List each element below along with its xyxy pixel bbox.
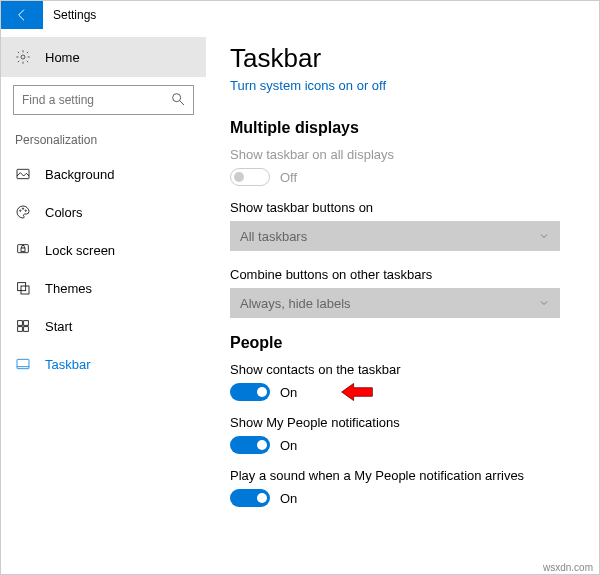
- show-notifications-toggle[interactable]: [230, 436, 270, 454]
- sidebar-item-label: Themes: [45, 281, 92, 296]
- window-title: Settings: [43, 1, 106, 29]
- play-sound-state: On: [280, 491, 297, 506]
- svg-point-0: [21, 55, 25, 59]
- svg-point-4: [20, 210, 21, 211]
- sidebar-item-start[interactable]: Start: [1, 307, 206, 345]
- back-button[interactable]: [1, 1, 43, 29]
- svg-rect-14: [24, 327, 29, 332]
- svg-point-5: [22, 208, 23, 209]
- play-sound-toggle[interactable]: [230, 489, 270, 507]
- svg-rect-10: [21, 286, 29, 294]
- system-icons-link[interactable]: Turn system icons on or off: [230, 78, 386, 93]
- taskbar-buttons-on-label: Show taskbar buttons on: [230, 200, 575, 215]
- sidebar-category: Personalization: [1, 133, 206, 155]
- sidebar-item-label: Lock screen: [45, 243, 115, 258]
- lock-screen-icon: [15, 242, 31, 258]
- page-title: Taskbar: [230, 43, 575, 74]
- sidebar-item-colors[interactable]: Colors: [1, 193, 206, 231]
- sidebar-item-label: Start: [45, 319, 72, 334]
- sidebar-item-themes[interactable]: Themes: [1, 269, 206, 307]
- svg-rect-9: [18, 283, 26, 291]
- svg-point-1: [173, 94, 181, 102]
- sidebar-item-lock-screen[interactable]: Lock screen: [1, 231, 206, 269]
- chevron-down-icon: [538, 230, 550, 242]
- svg-rect-8: [21, 248, 25, 251]
- picture-icon: [15, 166, 31, 182]
- show-contacts-toggle[interactable]: [230, 383, 270, 401]
- sidebar: Home Personalization Background Colors L…: [1, 29, 206, 560]
- search-icon: [170, 91, 186, 107]
- sidebar-item-label: Colors: [45, 205, 83, 220]
- svg-line-2: [180, 101, 184, 105]
- multiple-displays-heading: Multiple displays: [230, 119, 575, 137]
- watermark: wsxdn.com: [543, 562, 593, 573]
- start-icon: [15, 318, 31, 334]
- taskbar-icon: [15, 356, 31, 372]
- svg-rect-12: [24, 321, 29, 326]
- svg-point-6: [25, 210, 26, 211]
- sidebar-item-background[interactable]: Background: [1, 155, 206, 193]
- show-contacts-state: On: [280, 385, 297, 400]
- search-input[interactable]: [13, 85, 194, 115]
- show-contacts-label: Show contacts on the taskbar: [230, 362, 575, 377]
- gear-icon: [15, 49, 31, 65]
- show-taskbar-all-label: Show taskbar on all displays: [230, 147, 575, 162]
- palette-icon: [15, 204, 31, 220]
- svg-rect-13: [18, 327, 23, 332]
- show-taskbar-all-toggle: [230, 168, 270, 186]
- show-notifications-label: Show My People notifications: [230, 415, 575, 430]
- search-container: [13, 85, 194, 115]
- main-panel: Taskbar Turn system icons on or off Mult…: [206, 29, 599, 560]
- sidebar-item-taskbar[interactable]: Taskbar: [1, 345, 206, 383]
- sidebar-item-label: Background: [45, 167, 114, 182]
- play-sound-label: Play a sound when a My People notificati…: [230, 468, 575, 483]
- people-heading: People: [230, 334, 575, 352]
- sidebar-item-label: Taskbar: [45, 357, 91, 372]
- svg-rect-15: [17, 359, 29, 368]
- sidebar-home-label: Home: [45, 50, 80, 65]
- combine-buttons-dropdown: Always, hide labels: [230, 288, 560, 318]
- dropdown-value: All taskbars: [240, 229, 307, 244]
- taskbar-buttons-on-dropdown: All taskbars: [230, 221, 560, 251]
- sidebar-home[interactable]: Home: [1, 37, 206, 77]
- chevron-down-icon: [538, 297, 550, 309]
- show-notifications-state: On: [280, 438, 297, 453]
- themes-icon: [15, 280, 31, 296]
- arrow-left-callout-icon: [340, 381, 374, 403]
- dropdown-value: Always, hide labels: [240, 296, 351, 311]
- arrow-left-icon: [14, 7, 30, 23]
- show-taskbar-all-state: Off: [280, 170, 297, 185]
- svg-rect-11: [18, 321, 23, 326]
- combine-buttons-label: Combine buttons on other taskbars: [230, 267, 575, 282]
